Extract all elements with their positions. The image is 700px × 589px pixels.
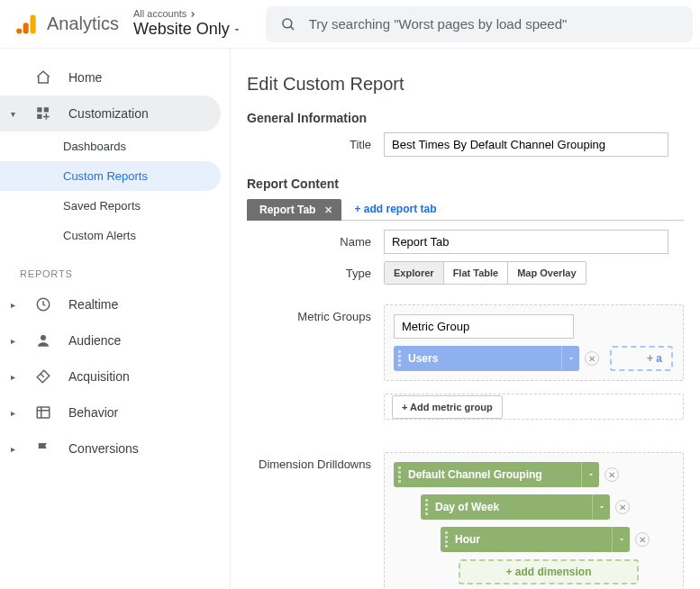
drag-handle-icon[interactable]: [394, 467, 405, 483]
drag-handle-icon[interactable]: [421, 499, 432, 515]
name-input[interactable]: [384, 230, 668, 254]
chevron-down-icon[interactable]: [581, 462, 599, 487]
caret-down-icon: ▾: [11, 109, 18, 119]
product-logo-box: Analytics: [14, 12, 119, 37]
caret-right-icon: ▸: [11, 300, 18, 310]
type-map-overlay[interactable]: Map Overlay: [508, 262, 585, 284]
caret-down-icon: [232, 24, 242, 35]
svg-rect-0: [31, 14, 36, 33]
svg-rect-1: [23, 23, 29, 33]
metric-pill-users[interactable]: Users: [394, 346, 579, 371]
name-label: Name: [247, 235, 384, 249]
chevron-right-icon: [188, 10, 197, 19]
remove-dimension-icon[interactable]: ✕: [605, 467, 619, 482]
type-label: Type: [247, 267, 384, 280]
remove-dimension-icon[interactable]: ✕: [635, 532, 650, 547]
drag-handle-icon[interactable]: [441, 531, 451, 548]
svg-rect-10: [37, 407, 50, 418]
search-icon: [280, 16, 296, 32]
search-box[interactable]: Try searching "Worst pages by load speed…: [266, 6, 693, 42]
nav-dashboards[interactable]: Dashboards: [0, 131, 221, 161]
acquisition-icon: [34, 367, 52, 385]
left-nav: ▸ Home ▾ Customization Dashboards Custom…: [0, 49, 231, 589]
view-name: Website Only: [133, 20, 230, 40]
chevron-down-icon[interactable]: [592, 494, 610, 520]
dimension-pill-channel-grouping[interactable]: Default Channel Grouping: [394, 462, 599, 487]
nav-conversions[interactable]: ▸ Conversions: [0, 430, 221, 467]
close-tab-icon[interactable]: ✕: [324, 204, 332, 216]
product-name: Analytics: [47, 14, 119, 34]
drag-handle-icon[interactable]: [394, 350, 405, 367]
main-content: Edit Custom Report General Information T…: [231, 49, 700, 589]
search-placeholder: Try searching "Worst pages by load speed…: [309, 16, 568, 32]
dimension-drilldowns-label: Dimension Drilldowns: [247, 452, 384, 471]
remove-dimension-icon[interactable]: ✕: [615, 500, 630, 514]
account-picker[interactable]: All accounts Website Only: [133, 8, 242, 40]
caret-right-icon: ▸: [11, 408, 18, 418]
svg-rect-7: [37, 114, 41, 119]
nav-behavior[interactable]: ▸ Behavior: [0, 394, 221, 430]
caret-right-icon: ▸: [11, 444, 18, 454]
metric-group-box: Users ✕ + a: [384, 304, 684, 381]
svg-point-9: [41, 335, 46, 340]
svg-rect-6: [44, 107, 49, 112]
report-tab-active[interactable]: Report Tab ✕: [247, 199, 341, 221]
all-accounts-text: All accounts: [133, 8, 186, 20]
svg-point-3: [283, 19, 292, 28]
nav-audience[interactable]: ▸ Audience: [0, 322, 221, 358]
chevron-down-icon[interactable]: [612, 527, 630, 552]
home-icon: [34, 68, 52, 86]
type-segmented: Explorer Flat Table Map Overlay: [384, 261, 586, 285]
caret-right-icon: ▸: [11, 336, 18, 346]
dimension-pill-day-of-week[interactable]: Day of Week: [421, 494, 610, 520]
type-flat-table[interactable]: Flat Table: [444, 262, 509, 284]
dimension-pill-hour[interactable]: Hour: [441, 527, 630, 552]
nav-home[interactable]: ▸ Home: [0, 59, 221, 95]
general-info-heading: General Information: [247, 111, 684, 125]
report-content-heading: Report Content: [247, 177, 684, 191]
analytics-logo-icon: [14, 12, 40, 37]
svg-rect-5: [37, 107, 41, 112]
clock-icon: [34, 295, 52, 313]
remove-metric-icon[interactable]: ✕: [585, 351, 599, 366]
page-title: Edit Custom Report: [247, 74, 684, 95]
chevron-down-icon[interactable]: [561, 346, 579, 371]
add-metric-group-button[interactable]: + Add metric group: [392, 395, 503, 419]
add-report-tab-link[interactable]: + add report tab: [354, 203, 436, 215]
nav-custom-alerts[interactable]: Custom Alerts: [0, 221, 221, 250]
person-icon: [34, 331, 52, 349]
title-label: Title: [247, 138, 384, 151]
nav-customization[interactable]: ▾ Customization: [0, 95, 221, 131]
svg-point-2: [16, 28, 22, 33]
report-tabs: Report Tab ✕ + add report tab: [247, 198, 684, 221]
metric-groups-label: Metric Groups: [247, 304, 384, 323]
svg-line-4: [290, 26, 294, 30]
nav-realtime[interactable]: ▸ Realtime: [0, 286, 221, 322]
app-header: Analytics All accounts Website Only Try …: [0, 0, 700, 49]
reports-section-header: REPORTS: [0, 250, 230, 286]
nav-custom-reports[interactable]: Custom Reports: [0, 161, 221, 191]
dimension-drilldowns-box: Default Channel Grouping ✕ Day of Week ✕: [384, 452, 684, 589]
behavior-icon: [34, 403, 52, 421]
flag-icon: [34, 439, 52, 458]
type-explorer[interactable]: Explorer: [385, 262, 444, 284]
add-metric-button[interactable]: + a: [610, 346, 673, 371]
title-input[interactable]: [384, 132, 668, 157]
metric-group-name-input[interactable]: [394, 314, 574, 339]
customization-icon: [34, 104, 52, 122]
nav-saved-reports[interactable]: Saved Reports: [0, 191, 221, 221]
nav-acquisition[interactable]: ▸ Acquisition: [0, 358, 221, 394]
add-dimension-button[interactable]: + add dimension: [459, 559, 639, 584]
caret-right-icon: ▸: [11, 372, 18, 382]
